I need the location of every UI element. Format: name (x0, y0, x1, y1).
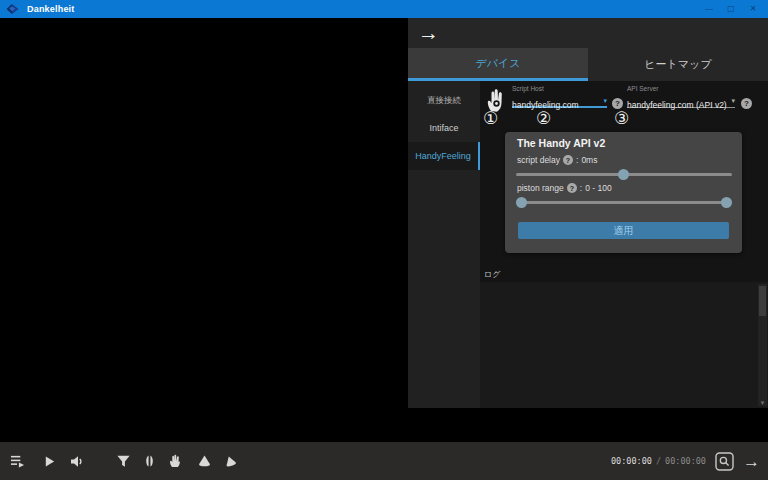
window-title: Dankelheit (27, 4, 75, 14)
chevron-down-icon: ▾ (603, 97, 607, 105)
sidebar-item-intiface[interactable]: Intiface (408, 117, 480, 139)
time-display: 00:00:00 / 00:00:00 (611, 456, 706, 466)
handy-api-settings-card: The Handy API v2 script delay ? : 0ms pi… (505, 132, 742, 253)
panel-collapse-arrow-button[interactable]: → (418, 21, 439, 45)
log-label: ログ (484, 269, 500, 280)
script-delay-value: 0ms (581, 155, 597, 165)
volume-button[interactable] (66, 448, 88, 474)
annotation-circled-2: ② (536, 110, 551, 128)
close-button[interactable]: ✕ (742, 0, 764, 18)
log-scrollbar[interactable]: ▲ ▼ (758, 284, 767, 406)
tab-heatmap[interactable]: ヒートマップ (588, 48, 768, 81)
volume-icon (70, 455, 84, 468)
api-server-value: handyfeeling.com (API v2) (627, 100, 727, 110)
hand-device-button[interactable] (164, 448, 188, 474)
script-delay-label: script delay (517, 155, 560, 165)
script-host-field: Script Host handyfeeling.com ▾ (512, 85, 607, 108)
annotation-circled-3: ③ (614, 110, 629, 128)
time-separator: / (656, 456, 661, 466)
titlebar: Dankelheit — ▢ ✕ (0, 0, 768, 18)
device-tab-content: Script Host handyfeeling.com ▾ ? API Ser… (480, 81, 768, 408)
cone-tilted-icon (223, 454, 238, 468)
tab-device[interactable]: デバイス (408, 48, 588, 81)
playlist-button[interactable] (6, 448, 28, 474)
player-toolbar: 00:00:00 / 00:00:00 → (0, 442, 768, 480)
playlist-icon (10, 454, 25, 468)
maximize-button[interactable]: ▢ (720, 0, 742, 18)
script-host-select[interactable]: handyfeeling.com ▾ (512, 94, 607, 108)
scroll-down-icon[interactable]: ▼ (758, 400, 767, 406)
cone-tilted-device-button[interactable] (218, 448, 242, 474)
piston-range-max-handle[interactable] (721, 197, 732, 208)
apply-button[interactable]: 適用 (518, 222, 729, 239)
log-output-area: ▲ ▼ (480, 282, 768, 408)
sidebar-item-handyfeeling[interactable]: HandyFeeling (408, 142, 480, 170)
script-delay-row: script delay ? : 0ms (517, 155, 597, 165)
app-window: Dankelheit — ▢ ✕ → デバイス ヒートマップ 直接接続 Inti… (0, 0, 768, 480)
script-delay-slider-handle[interactable] (618, 169, 629, 180)
piston-range-min-handle[interactable] (516, 197, 527, 208)
script-delay-separator: : (576, 155, 578, 165)
piston-range-row: piston range ? : 0 - 100 (517, 183, 612, 193)
vibrator-device-button[interactable] (138, 448, 160, 474)
slider-track (516, 201, 732, 204)
piston-range-value: 0 - 100 (585, 183, 611, 193)
cone-icon (197, 454, 212, 468)
chevron-down-icon: ▾ (731, 97, 735, 105)
minimize-button[interactable]: — (698, 0, 720, 18)
piston-range-slider[interactable] (516, 196, 732, 208)
funnel-device-button[interactable] (112, 448, 134, 474)
hand-icon (169, 454, 183, 468)
script-delay-help-icon[interactable]: ? (563, 155, 573, 165)
settings-card-title: The Handy API v2 (517, 137, 605, 149)
connection-sidebar: 直接接続 Intiface HandyFeeling (408, 81, 480, 408)
api-server-select[interactable]: handyfeeling.com (API v2) ▾ (627, 94, 735, 108)
vibrator-icon (143, 454, 156, 468)
annotation-circled-1: ① (483, 110, 498, 128)
api-server-label: API Server (627, 85, 735, 92)
time-current: 00:00:00 (611, 456, 652, 466)
play-icon (43, 455, 56, 468)
funnel-icon (116, 454, 131, 468)
script-host-label: Script Host (512, 85, 607, 92)
cone-device-button[interactable] (192, 448, 216, 474)
api-server-help-icon[interactable]: ? (741, 98, 752, 109)
piston-range-separator: : (580, 183, 582, 193)
tab-bar: デバイス ヒートマップ (408, 48, 768, 81)
log-scrollbar-thumb[interactable] (759, 286, 766, 316)
script-host-help-icon[interactable]: ? (612, 98, 623, 109)
piston-range-help-icon[interactable]: ? (567, 183, 577, 193)
zoom-search-button[interactable] (715, 452, 734, 471)
forward-arrow-button[interactable]: → (743, 453, 760, 470)
piston-range-label: piston range (517, 183, 564, 193)
play-button[interactable] (38, 448, 60, 474)
app-logo-icon (6, 3, 19, 15)
device-panel: → デバイス ヒートマップ 直接接続 Intiface HandyFeeling (408, 18, 768, 408)
time-total: 00:00:00 (665, 456, 706, 466)
video-area[interactable] (0, 18, 408, 442)
api-server-field: API Server handyfeeling.com (API v2) ▾ (627, 85, 735, 108)
script-delay-slider[interactable] (516, 168, 732, 180)
panel-body: 直接接続 Intiface HandyFeeling Script Host h… (408, 81, 768, 408)
sidebar-item-direct-connection[interactable]: 直接接続 (408, 90, 480, 112)
